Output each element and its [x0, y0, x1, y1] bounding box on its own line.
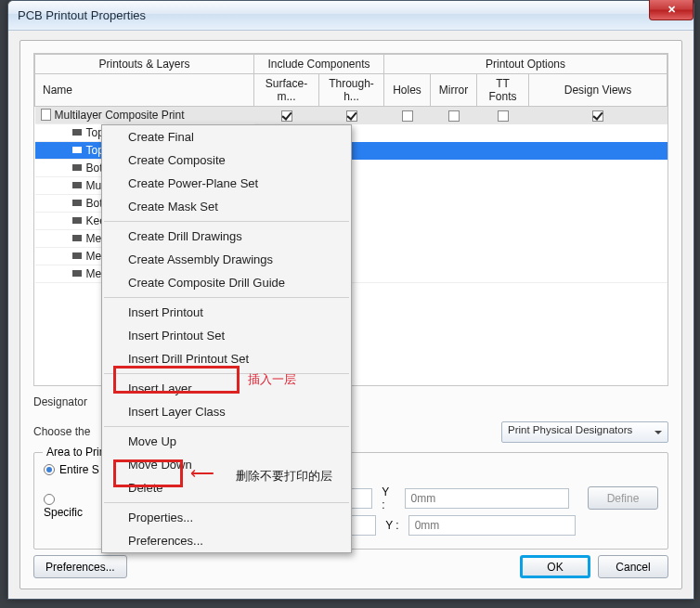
- col-design[interactable]: Design Views: [529, 74, 668, 107]
- y-label: Y :: [382, 485, 395, 511]
- cancel-button[interactable]: Cancel: [598, 555, 668, 578]
- annotation-delete: 删除不要打印的层: [236, 468, 332, 485]
- mi-create-assembly[interactable]: Create Assembly Drawings: [102, 248, 351, 271]
- col-holes[interactable]: Holes: [384, 74, 431, 107]
- chk-holes[interactable]: [402, 110, 413, 122]
- designator-combo[interactable]: Print Physical Designators: [501, 421, 668, 443]
- chk-surface[interactable]: [281, 110, 292, 122]
- radio-entire[interactable]: [44, 464, 55, 475]
- dialog-window: PCB Printout Properties ✕ Printouts & La…: [7, 0, 694, 600]
- mi-create-powerplane[interactable]: Create Power-Plane Set: [102, 172, 351, 195]
- mi-insert-printout[interactable]: Insert Printout: [102, 301, 351, 324]
- designator-label: Designator: [33, 395, 87, 408]
- col-group-options: Printout Options: [384, 55, 668, 74]
- y2-label: Y :: [385, 519, 398, 532]
- mi-create-drill[interactable]: Create Drill Drawings: [102, 225, 351, 248]
- col-name[interactable]: Name: [35, 74, 254, 107]
- close-button[interactable]: ✕: [649, 0, 694, 20]
- layer-icon: [72, 235, 82, 241]
- document-icon: [41, 109, 51, 121]
- annotation-insert-layer: 插入一层: [248, 371, 296, 388]
- mi-insert-printout-set[interactable]: Insert Printout Set: [102, 324, 351, 347]
- layer-icon: [72, 147, 82, 153]
- chk-design[interactable]: [592, 110, 603, 122]
- ok-button[interactable]: OK: [520, 555, 590, 578]
- mi-properties[interactable]: Properties...: [102, 506, 351, 529]
- chk-tt[interactable]: [498, 110, 509, 122]
- col-surface[interactable]: Surface-m...: [254, 74, 319, 107]
- context-menu[interactable]: Create Final Create Composite Create Pow…: [101, 124, 352, 553]
- col-mirror[interactable]: Mirror: [431, 74, 477, 107]
- mi-create-final[interactable]: Create Final: [102, 125, 351, 149]
- layer-icon: [72, 129, 82, 136]
- col-tt[interactable]: TT Fonts: [477, 74, 529, 107]
- mi-preferences[interactable]: Preferences...: [102, 529, 351, 552]
- chk-mirror[interactable]: [448, 110, 460, 122]
- col-group-include: Include Components: [254, 55, 384, 74]
- y1-input[interactable]: [405, 488, 569, 509]
- y2-input[interactable]: [408, 515, 576, 536]
- mi-create-composite-drill[interactable]: Create Composite Drill Guide: [102, 271, 351, 294]
- mi-create-mask[interactable]: Create Mask Set: [102, 195, 351, 218]
- dialog-footer: Preferences... OK Cancel: [33, 555, 668, 578]
- close-icon: ✕: [668, 4, 676, 16]
- mi-insert-drill-printout[interactable]: Insert Drill Printout Set: [102, 347, 351, 370]
- layer-icon: [72, 270, 82, 277]
- col-through[interactable]: Through-h...: [319, 74, 384, 107]
- preferences-button[interactable]: Preferences...: [33, 555, 127, 578]
- layer-icon: [72, 200, 82, 206]
- chk-through[interactable]: [346, 110, 357, 122]
- radio-specific[interactable]: [44, 494, 55, 505]
- mi-insert-layer-class[interactable]: Insert Layer Class: [102, 400, 351, 423]
- col-group-printouts: Printouts & Layers: [35, 55, 254, 74]
- layer-icon: [72, 252, 82, 259]
- layer-icon: [72, 164, 82, 171]
- layer-icon: [72, 217, 82, 224]
- printout-row-root[interactable]: Multilayer Composite Print: [35, 107, 668, 124]
- titlebar: PCB Printout Properties ✕: [8, 1, 694, 31]
- mi-move-up[interactable]: Move Up: [102, 430, 351, 453]
- window-title: PCB Printout Properties: [18, 8, 146, 22]
- choose-label: Choose the: [33, 425, 90, 438]
- layer-icon: [72, 182, 82, 188]
- mi-create-composite[interactable]: Create Composite: [102, 149, 351, 172]
- area-legend: Area to Prin: [43, 446, 109, 459]
- root-name: Multilayer Composite Print: [55, 109, 185, 122]
- define-button[interactable]: Define: [588, 486, 658, 510]
- arrow-icon: ⟵: [190, 463, 214, 484]
- mi-insert-layer[interactable]: Insert Layer: [102, 377, 351, 400]
